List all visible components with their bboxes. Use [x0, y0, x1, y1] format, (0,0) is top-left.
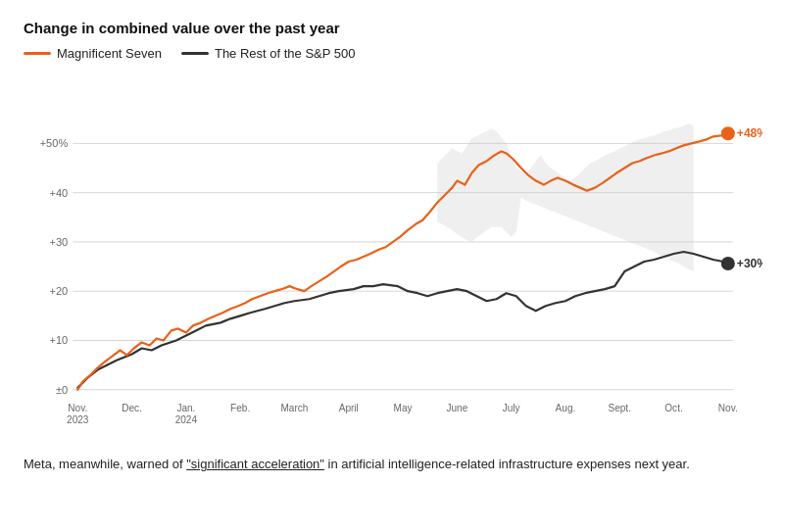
- svg-text:March: March: [281, 403, 309, 413]
- chart-title: Change in combined value over the past y…: [24, 20, 762, 36]
- footer-link: "significant acceleration": [186, 457, 324, 471]
- svg-text:+40: +40: [49, 187, 68, 199]
- svg-text:Dec.: Dec.: [122, 403, 142, 413]
- svg-text:2024: 2024: [175, 414, 198, 425]
- svg-text:Oct.: Oct.: [664, 403, 682, 413]
- svg-text:+50%: +50%: [40, 137, 69, 149]
- footer-text1: Meta, meanwhile, warned of: [24, 457, 186, 471]
- svg-text:Nov.: Nov.: [718, 403, 738, 413]
- sp500-endpoint: [722, 258, 734, 269]
- chart-area: +50% +40 +30 +20 +10 ±0 Nov. 2023 Dec. J…: [24, 71, 762, 443]
- svg-text:Aug.: Aug.: [556, 403, 576, 413]
- chart-svg: +50% +40 +30 +20 +10 ±0 Nov. 2023 Dec. J…: [24, 71, 762, 443]
- svg-text:April: April: [339, 403, 359, 413]
- legend-line-sp500: [181, 52, 209, 55]
- sp500-end-label: +30%: [737, 257, 762, 270]
- svg-text:May: May: [394, 403, 413, 413]
- svg-text:Jan.: Jan.: [176, 403, 195, 413]
- svg-text:2023: 2023: [67, 414, 89, 425]
- svg-text:±0: ±0: [56, 384, 68, 396]
- legend-item-mag7: Magnificent Seven: [24, 46, 162, 61]
- footer-text: Meta, meanwhile, warned of "significant …: [24, 455, 762, 474]
- svg-text:+20: +20: [49, 285, 68, 297]
- svg-text:+30: +30: [49, 236, 68, 248]
- legend-label-mag7: Magnificent Seven: [57, 46, 162, 61]
- mag7-endpoint: [722, 127, 734, 139]
- footer-text2: in artificial intelligence-related infra…: [324, 457, 690, 471]
- svg-marker-1: [437, 123, 693, 271]
- svg-text:June: June: [446, 403, 467, 413]
- svg-text:Feb.: Feb.: [230, 403, 250, 413]
- legend-label-sp500: The Rest of the S&P 500: [215, 46, 356, 61]
- mag7-end-label: +48%: [737, 126, 762, 140]
- svg-text:Nov.: Nov.: [68, 403, 87, 413]
- legend-item-sp500: The Rest of the S&P 500: [181, 46, 356, 61]
- legend: Magnificent Seven The Rest of the S&P 50…: [24, 46, 762, 61]
- svg-text:Sept.: Sept.: [608, 403, 630, 413]
- svg-text:July: July: [503, 403, 520, 413]
- legend-line-mag7: [24, 52, 51, 55]
- svg-text:+10: +10: [49, 334, 68, 346]
